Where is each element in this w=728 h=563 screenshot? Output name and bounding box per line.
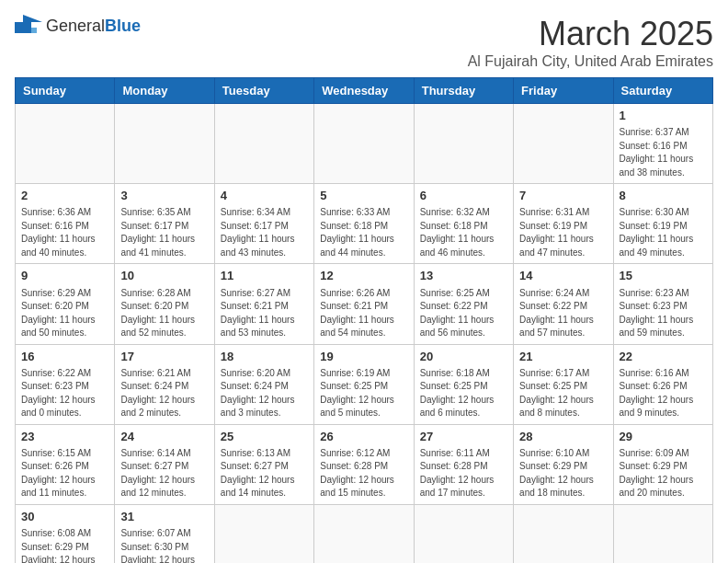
day-info: Sunrise: 6:27 AM Sunset: 6:21 PM Dayligh… [221, 287, 308, 340]
calendar-cell: 13Sunrise: 6:25 AM Sunset: 6:22 PM Dayli… [414, 264, 513, 344]
day-info: Sunrise: 6:25 AM Sunset: 6:22 PM Dayligh… [420, 287, 507, 340]
calendar-cell: 31Sunrise: 6:07 AM Sunset: 6:30 PM Dayli… [115, 504, 214, 563]
weekday-header-wednesday: Wednesday [314, 78, 414, 104]
day-number: 10 [120, 268, 208, 284]
day-number: 16 [21, 349, 108, 365]
calendar-cell: 10Sunrise: 6:28 AM Sunset: 6:20 PM Dayli… [115, 264, 214, 344]
day-number: 30 [21, 509, 108, 525]
svg-rect-2 [31, 28, 37, 33]
day-info: Sunrise: 6:34 AM Sunset: 6:17 PM Dayligh… [221, 206, 308, 259]
week-row-4: 16Sunrise: 6:22 AM Sunset: 6:23 PM Dayli… [16, 344, 713, 424]
day-number: 24 [120, 429, 208, 445]
calendar-cell: 20Sunrise: 6:18 AM Sunset: 6:25 PM Dayli… [414, 344, 513, 424]
logo-icon [15, 15, 42, 37]
day-number: 22 [620, 349, 707, 365]
calendar-cell: 29Sunrise: 6:09 AM Sunset: 6:29 PM Dayli… [613, 424, 712, 504]
weekday-header-row: SundayMondayTuesdayWednesdayThursdayFrid… [16, 78, 713, 104]
day-info: Sunrise: 6:35 AM Sunset: 6:17 PM Dayligh… [120, 206, 208, 259]
day-number: 26 [320, 429, 407, 445]
day-number: 9 [21, 268, 108, 284]
day-number: 4 [221, 188, 308, 204]
day-info: Sunrise: 6:07 AM Sunset: 6:30 PM Dayligh… [120, 527, 208, 563]
calendar-cell: 6Sunrise: 6:32 AM Sunset: 6:18 PM Daylig… [414, 184, 513, 264]
calendar-cell [314, 104, 414, 184]
weekday-header-monday: Monday [115, 78, 214, 104]
week-row-5: 23Sunrise: 6:15 AM Sunset: 6:26 PM Dayli… [16, 424, 713, 504]
calendar-cell [613, 504, 712, 563]
main-title: March 2025 [468, 15, 713, 53]
calendar-cell: 30Sunrise: 6:08 AM Sunset: 6:29 PM Dayli… [16, 504, 115, 563]
day-info: Sunrise: 6:18 AM Sunset: 6:25 PM Dayligh… [420, 367, 507, 420]
weekday-header-tuesday: Tuesday [214, 78, 313, 104]
calendar-cell [214, 104, 313, 184]
calendar-cell: 24Sunrise: 6:14 AM Sunset: 6:27 PM Dayli… [115, 424, 214, 504]
weekday-header-saturday: Saturday [613, 78, 712, 104]
calendar-cell [414, 104, 513, 184]
day-number: 14 [519, 268, 607, 284]
calendar-cell [16, 104, 115, 184]
calendar-cell: 9Sunrise: 6:29 AM Sunset: 6:20 PM Daylig… [16, 264, 115, 344]
calendar-cell: 14Sunrise: 6:24 AM Sunset: 6:22 PM Dayli… [514, 264, 613, 344]
calendar-cell: 2Sunrise: 6:36 AM Sunset: 6:16 PM Daylig… [16, 184, 115, 264]
logo-text: GeneralBlue [46, 17, 141, 36]
day-number: 28 [519, 429, 607, 445]
day-info: Sunrise: 6:17 AM Sunset: 6:25 PM Dayligh… [519, 367, 607, 420]
day-number: 21 [519, 349, 607, 365]
day-info: Sunrise: 6:09 AM Sunset: 6:29 PM Dayligh… [620, 447, 707, 500]
weekday-header-friday: Friday [514, 78, 613, 104]
calendar-cell: 22Sunrise: 6:16 AM Sunset: 6:26 PM Dayli… [613, 344, 712, 424]
title-block: March 2025 Al Fujairah City, United Arab… [468, 15, 713, 70]
day-number: 23 [21, 429, 108, 445]
calendar-cell: 5Sunrise: 6:33 AM Sunset: 6:18 PM Daylig… [314, 184, 414, 264]
subtitle: Al Fujairah City, United Arab Emirates [468, 53, 713, 70]
day-info: Sunrise: 6:23 AM Sunset: 6:23 PM Dayligh… [620, 287, 707, 340]
day-number: 8 [620, 188, 707, 204]
calendar-cell: 3Sunrise: 6:35 AM Sunset: 6:17 PM Daylig… [115, 184, 214, 264]
day-number: 13 [420, 268, 507, 284]
day-info: Sunrise: 6:15 AM Sunset: 6:26 PM Dayligh… [21, 447, 108, 500]
calendar-cell: 19Sunrise: 6:19 AM Sunset: 6:25 PM Dayli… [314, 344, 414, 424]
calendar-cell: 21Sunrise: 6:17 AM Sunset: 6:25 PM Dayli… [514, 344, 613, 424]
day-info: Sunrise: 6:36 AM Sunset: 6:16 PM Dayligh… [21, 206, 108, 259]
calendar-cell: 4Sunrise: 6:34 AM Sunset: 6:17 PM Daylig… [214, 184, 313, 264]
calendar-cell [514, 504, 613, 563]
calendar-cell: 18Sunrise: 6:20 AM Sunset: 6:24 PM Dayli… [214, 344, 313, 424]
calendar-cell [214, 504, 313, 563]
day-number: 25 [221, 429, 308, 445]
calendar-cell: 11Sunrise: 6:27 AM Sunset: 6:21 PM Dayli… [214, 264, 313, 344]
week-row-6: 30Sunrise: 6:08 AM Sunset: 6:29 PM Dayli… [16, 504, 713, 563]
calendar-cell: 15Sunrise: 6:23 AM Sunset: 6:23 PM Dayli… [613, 264, 712, 344]
calendar-table: SundayMondayTuesdayWednesdayThursdayFrid… [15, 77, 713, 563]
day-info: Sunrise: 6:08 AM Sunset: 6:29 PM Dayligh… [21, 527, 108, 563]
calendar-cell: 27Sunrise: 6:11 AM Sunset: 6:28 PM Dayli… [414, 424, 513, 504]
calendar-cell: 12Sunrise: 6:26 AM Sunset: 6:21 PM Dayli… [314, 264, 414, 344]
calendar-cell: 8Sunrise: 6:30 AM Sunset: 6:19 PM Daylig… [613, 184, 712, 264]
calendar-cell [514, 104, 613, 184]
day-number: 3 [120, 188, 208, 204]
calendar-cell: 25Sunrise: 6:13 AM Sunset: 6:27 PM Dayli… [214, 424, 313, 504]
day-number: 29 [620, 429, 707, 445]
day-number: 1 [620, 108, 707, 124]
calendar-cell [414, 504, 513, 563]
week-row-2: 2Sunrise: 6:36 AM Sunset: 6:16 PM Daylig… [16, 184, 713, 264]
day-number: 19 [320, 349, 407, 365]
day-info: Sunrise: 6:14 AM Sunset: 6:27 PM Dayligh… [120, 447, 208, 500]
day-info: Sunrise: 6:13 AM Sunset: 6:27 PM Dayligh… [221, 447, 308, 500]
day-info: Sunrise: 6:20 AM Sunset: 6:24 PM Dayligh… [221, 367, 308, 420]
day-number: 11 [221, 268, 308, 284]
day-number: 27 [420, 429, 507, 445]
day-info: Sunrise: 6:11 AM Sunset: 6:28 PM Dayligh… [420, 447, 507, 500]
day-number: 6 [420, 188, 507, 204]
calendar-cell [115, 104, 214, 184]
day-info: Sunrise: 6:12 AM Sunset: 6:28 PM Dayligh… [320, 447, 407, 500]
calendar-cell: 17Sunrise: 6:21 AM Sunset: 6:24 PM Dayli… [115, 344, 214, 424]
day-number: 12 [320, 268, 407, 284]
day-info: Sunrise: 6:28 AM Sunset: 6:20 PM Dayligh… [120, 287, 208, 340]
calendar-cell [314, 504, 414, 563]
day-number: 2 [21, 188, 108, 204]
weekday-header-sunday: Sunday [16, 78, 115, 104]
svg-rect-0 [15, 22, 31, 33]
calendar-cell: 23Sunrise: 6:15 AM Sunset: 6:26 PM Dayli… [16, 424, 115, 504]
day-number: 20 [420, 349, 507, 365]
calendar-cell: 28Sunrise: 6:10 AM Sunset: 6:29 PM Dayli… [514, 424, 613, 504]
